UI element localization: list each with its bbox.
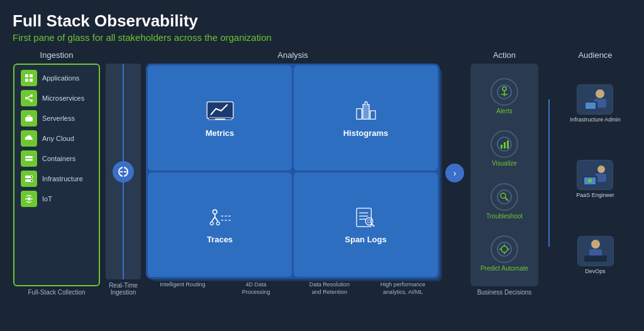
audience-box: Infrastructure Admin PaaS — [559, 64, 631, 296]
svg-point-67 — [597, 166, 605, 173]
audience-item-devops: DevOps — [577, 236, 614, 276]
histograms-card: Histograms — [294, 65, 438, 170]
iot-label: IoT — [42, 195, 52, 203]
svg-point-5 — [30, 94, 33, 97]
alerts-circle — [491, 78, 518, 106]
audience-label: Audience — [578, 50, 612, 60]
list-item: Any Cloud — [21, 130, 92, 147]
list-item: Infrastructure — [21, 171, 92, 187]
metrics-card: Metrics — [148, 65, 292, 170]
microservices-label: Microservices — [42, 94, 84, 102]
svg-rect-10 — [25, 156, 33, 158]
svg-point-52 — [497, 190, 511, 204]
svg-point-16 — [28, 198, 31, 201]
main-container: Full Stack Observability First pane of g… — [0, 0, 644, 331]
devops-avatar — [577, 236, 614, 266]
svg-rect-26 — [357, 109, 362, 120]
svg-point-71 — [588, 179, 592, 182]
page-title: Full Stack Observability — [13, 11, 631, 31]
svg-point-15 — [31, 180, 32, 181]
svg-line-31 — [211, 217, 214, 222]
analysis-bl-3: High performance analytics, AI/ML — [378, 281, 428, 296]
svg-point-45 — [502, 87, 506, 91]
content-row: Ingestion Applications Microservices — [13, 50, 631, 296]
analysis-section: Analysis — [146, 50, 440, 296]
arrow-section: › — [443, 50, 466, 296]
action-item-predict: Predict Automate — [480, 235, 528, 272]
svg-point-34 — [216, 222, 219, 225]
svg-rect-75 — [584, 255, 607, 262]
list-item: Microservices — [21, 90, 92, 106]
visualize-action-label: Visualize — [492, 160, 517, 167]
svg-point-33 — [210, 222, 213, 225]
action-bottom-label: Business Decisions — [477, 289, 532, 296]
svg-rect-11 — [25, 159, 33, 161]
svg-line-8 — [28, 99, 30, 100]
troubleshoot-circle — [491, 183, 518, 211]
page-subtitle: First pane of glass for all stakeholders… — [13, 32, 631, 43]
svg-line-32 — [214, 217, 218, 222]
anycloud-icon — [21, 130, 37, 147]
analysis-bottom-labels: Intelligent Routing 4D Data Processing D… — [146, 281, 440, 296]
realtime-box — [106, 64, 141, 279]
svg-point-14 — [31, 176, 32, 177]
analysis-label: Analysis — [277, 50, 308, 60]
header: Full Stack Observability First pane of g… — [13, 11, 631, 43]
svg-rect-27 — [370, 111, 375, 119]
ingestion-section: Ingestion Applications Microservices — [13, 50, 101, 296]
spanlogs-label: Span Logs — [345, 235, 386, 244]
realtime-bottom-label: Real-Time Ingestion — [104, 282, 142, 296]
ingestion-label: Ingestion — [40, 50, 74, 60]
list-item: Containers — [21, 150, 92, 167]
list-item: Serverless — [21, 110, 92, 126]
serverless-icon — [21, 110, 37, 126]
metrics-svg — [204, 98, 236, 123]
microservices-icon — [21, 90, 37, 106]
traces-card: Traces — [148, 172, 292, 277]
svg-rect-50 — [504, 142, 506, 149]
paas-avatar — [577, 160, 613, 190]
predict-action-label: Predict Automate — [480, 265, 528, 272]
audience-section: Audience Infrastructure Adm — [559, 50, 631, 296]
analysis-inner: Metrics Histograms — [146, 64, 440, 279]
svg-rect-0 — [25, 74, 28, 77]
serverless-label: Serverless — [42, 115, 75, 122]
svg-rect-9 — [25, 117, 33, 121]
arrow-circle: › — [445, 164, 464, 182]
action-section: Action Alerts — [470, 50, 539, 296]
action-item-troubleshoot: Troubleshoot — [486, 183, 523, 220]
metrics-label: Metrics — [206, 128, 235, 138]
traces-label: Traces — [207, 235, 233, 244]
svg-point-41 — [365, 218, 373, 225]
anycloud-label: Any Cloud — [42, 135, 74, 142]
svg-line-7 — [28, 96, 30, 98]
list-item: IoT — [21, 191, 92, 207]
admin-avatar — [577, 84, 613, 115]
svg-point-29 — [213, 210, 217, 214]
svg-rect-24 — [214, 118, 225, 120]
svg-point-73 — [591, 240, 600, 249]
admin-label: Infrastructure Admin — [570, 116, 621, 124]
svg-point-62 — [596, 89, 604, 98]
visualize-circle — [491, 130, 518, 158]
svg-rect-3 — [30, 79, 33, 82]
analysis-stack: Metrics Histograms — [146, 64, 440, 279]
svg-point-56 — [501, 246, 508, 252]
action-box: Alerts Visualize — [470, 64, 538, 286]
svg-point-6 — [30, 99, 33, 102]
containers-icon — [21, 150, 37, 167]
svg-rect-28 — [363, 104, 369, 119]
infrastructure-icon — [21, 171, 37, 187]
analysis-grid: Metrics Histograms — [146, 64, 440, 279]
svg-line-54 — [505, 198, 508, 201]
alerts-action-label: Alerts — [496, 108, 513, 115]
analysis-bl-2: Data Resolution and Retention — [304, 281, 355, 296]
action-audience-connector — [543, 50, 555, 296]
svg-rect-49 — [501, 145, 502, 149]
analysis-bl-1: 4D Data Processing — [231, 281, 281, 296]
svg-rect-51 — [507, 140, 509, 149]
paas-label: PaaS Engineer — [576, 192, 614, 199]
containers-label: Containers — [42, 155, 75, 162]
troubleshoot-action-label: Troubleshoot — [486, 213, 523, 220]
spanlogs-svg — [350, 205, 382, 230]
